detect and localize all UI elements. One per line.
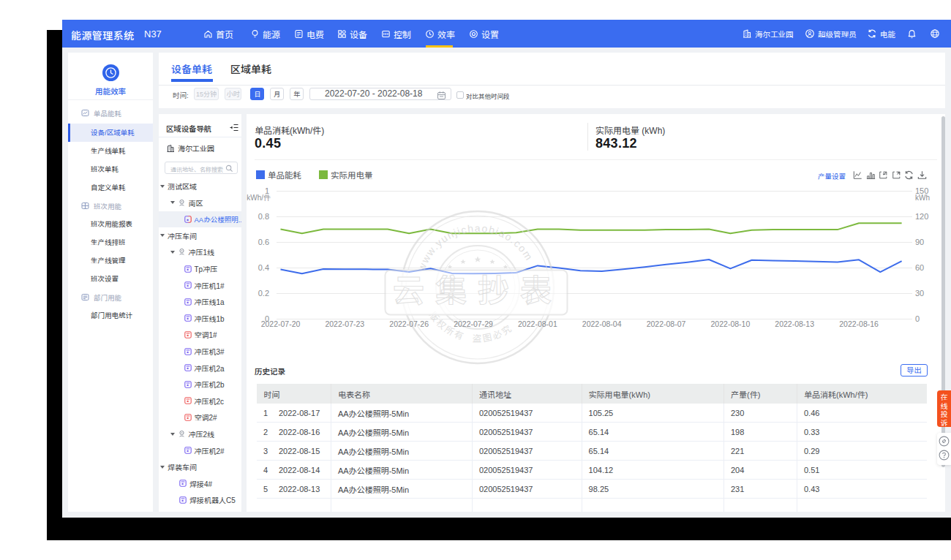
svg-text:0.6: 0.6 — [258, 238, 269, 246]
svg-text:0.8: 0.8 — [258, 212, 269, 221]
svg-text:2022-07-20: 2022-07-20 — [261, 319, 301, 328]
svg-text:0.2: 0.2 — [258, 289, 269, 298]
svg-text:0: 0 — [915, 314, 920, 323]
svg-text:30: 30 — [915, 289, 924, 298]
svg-text:2022-07-23: 2022-07-23 — [325, 319, 364, 328]
svg-text:2022-07-26: 2022-07-26 — [389, 319, 429, 328]
svg-text:2022-08-07: 2022-08-07 — [647, 319, 686, 328]
svg-text:2022-07-29: 2022-07-29 — [454, 319, 493, 328]
svg-text:2022-08-01: 2022-08-01 — [518, 319, 557, 328]
svg-text:kWh/件: kWh/件 — [247, 194, 271, 202]
svg-text:云集抄表: 云集抄表 — [393, 265, 563, 311]
svg-text:kWh: kWh — [915, 194, 930, 202]
svg-text:2022-08-10: 2022-08-10 — [711, 319, 751, 328]
svg-text:90: 90 — [915, 238, 924, 246]
svg-text:120: 120 — [915, 212, 928, 221]
svg-text:60: 60 — [915, 263, 924, 272]
svg-text:2022-08-16: 2022-08-16 — [839, 319, 879, 328]
svg-text:2022-08-13: 2022-08-13 — [775, 319, 814, 328]
svg-text:0.4: 0.4 — [258, 263, 269, 272]
svg-text:2022-08-04: 2022-08-04 — [582, 319, 622, 328]
